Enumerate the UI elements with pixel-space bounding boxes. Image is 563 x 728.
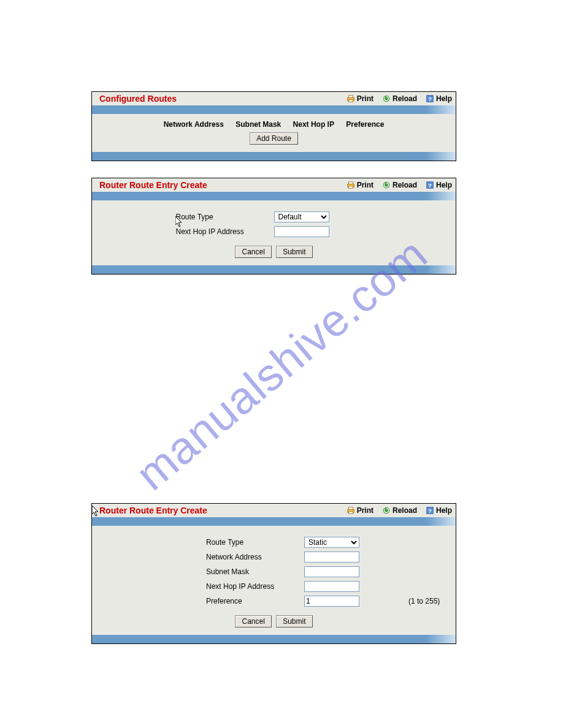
print-label: Print	[357, 94, 373, 103]
route-type-select[interactable]: Static	[304, 537, 359, 548]
reload-label: Reload	[393, 94, 417, 103]
printer-icon	[347, 506, 355, 515]
reload-icon	[382, 94, 391, 103]
separator-bar	[92, 517, 456, 526]
col-preference: Preference	[346, 120, 384, 129]
print-link[interactable]: Print	[347, 181, 373, 189]
label-subnet-mask: Subnet Mask	[204, 565, 301, 578]
panel-title: Configured Routes	[99, 94, 347, 104]
reload-icon	[382, 506, 391, 515]
reload-icon	[382, 181, 391, 189]
help-icon: ?	[426, 506, 434, 515]
svg-rect-8	[348, 186, 353, 189]
panel-header: Router Route Entry Create Print Reload ?…	[92, 504, 456, 517]
svg-rect-13	[348, 507, 353, 510]
printer-icon	[347, 94, 355, 103]
label-preference: Preference	[204, 594, 301, 608]
panel-title: Router Route Entry Create	[99, 180, 347, 190]
print-link[interactable]: Print	[347, 506, 373, 515]
separator-bar	[92, 192, 456, 200]
reload-label: Reload	[393, 506, 417, 515]
svg-text:?: ?	[428, 182, 432, 189]
preference-hint: (1 to 255)	[406, 594, 442, 608]
preference-input[interactable]	[304, 596, 359, 607]
help-link[interactable]: ? Help	[426, 181, 452, 189]
form-table: Route Type Static Network Address Subnet…	[202, 534, 443, 609]
separator-bar	[92, 265, 456, 274]
separator-bar	[92, 635, 456, 643]
help-icon: ?	[426, 94, 434, 103]
route-type-select[interactable]: Default	[274, 211, 329, 222]
panel-route-create-default: Router Route Entry Create Print Reload ?…	[91, 178, 456, 275]
subnet-mask-input[interactable]	[304, 566, 359, 577]
panel-configured-routes: Configured Routes Print Reload ? Help Ne…	[91, 91, 456, 161]
panel-content: Network Address Subnet Mask Next Hop IP …	[92, 114, 456, 152]
print-link[interactable]: Print	[347, 94, 373, 103]
print-label: Print	[357, 506, 373, 515]
panel-content: Route Type Default Next Hop IP Address C…	[92, 200, 456, 265]
panel-route-create-static: Router Route Entry Create Print Reload ?…	[91, 503, 456, 644]
add-route-button[interactable]: Add Route	[250, 132, 298, 145]
print-label: Print	[357, 181, 373, 189]
next-hop-input[interactable]	[274, 226, 329, 237]
col-network-address: Network Address	[164, 120, 224, 129]
svg-rect-7	[348, 182, 353, 184]
printer-icon	[347, 181, 355, 189]
separator-bar	[92, 152, 456, 161]
header-actions: Print Reload ? Help	[347, 506, 452, 515]
submit-button[interactable]: Submit	[276, 246, 312, 258]
header-actions: Print Reload ? Help	[347, 94, 452, 103]
svg-rect-1	[348, 96, 353, 98]
separator-bar	[92, 105, 456, 114]
label-next-hop: Next Hop IP Address	[174, 225, 270, 238]
header-actions: Print Reload ? Help	[347, 181, 452, 189]
network-address-input[interactable]	[304, 552, 359, 563]
svg-rect-14	[348, 512, 353, 514]
panel-title: Router Route Entry Create	[99, 506, 347, 515]
label-next-hop: Next Hop IP Address	[204, 580, 301, 593]
form-table: Route Type Default Next Hop IP Address	[172, 209, 376, 240]
reload-link[interactable]: Reload	[382, 181, 417, 189]
panel-header: Configured Routes Print Reload ? Help	[92, 92, 456, 105]
svg-text:?: ?	[428, 507, 432, 514]
reload-link[interactable]: Reload	[382, 506, 417, 515]
label-route-type: Route Type	[174, 210, 270, 224]
svg-text:?: ?	[428, 96, 432, 102]
cancel-button[interactable]: Cancel	[235, 246, 271, 258]
panel-content: Route Type Static Network Address Subnet…	[92, 526, 456, 635]
label-route-type: Route Type	[204, 536, 301, 549]
reload-label: Reload	[393, 181, 417, 189]
panel-header: Router Route Entry Create Print Reload ?…	[92, 178, 456, 192]
help-label: Help	[436, 94, 452, 103]
help-link[interactable]: ? Help	[426, 506, 452, 515]
cancel-button[interactable]: Cancel	[235, 615, 271, 628]
col-subnet-mask: Subnet Mask	[236, 120, 281, 129]
help-link[interactable]: ? Help	[426, 94, 452, 103]
help-label: Help	[436, 181, 452, 189]
column-headers: Network Address Subnet Mask Next Hop IP …	[92, 118, 456, 130]
col-next-hop: Next Hop IP	[293, 120, 334, 129]
reload-link[interactable]: Reload	[382, 94, 417, 103]
submit-button[interactable]: Submit	[276, 615, 312, 628]
svg-rect-2	[348, 100, 353, 102]
help-icon: ?	[426, 181, 434, 189]
help-label: Help	[436, 506, 452, 515]
label-network-address: Network Address	[204, 550, 301, 564]
next-hop-input[interactable]	[304, 581, 359, 592]
